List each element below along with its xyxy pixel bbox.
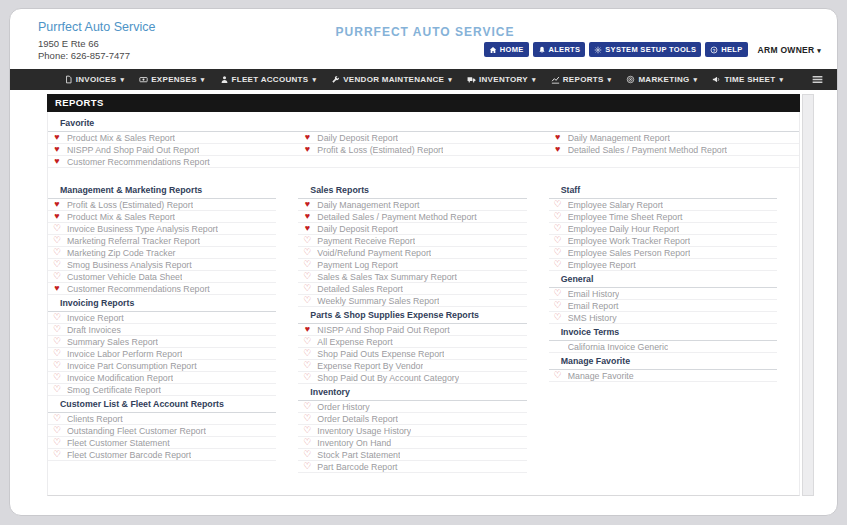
- report-link[interactable]: Smog Certificate Report: [67, 385, 161, 395]
- heart-outline-icon[interactable]: ♡: [553, 224, 563, 233]
- heart-filled-icon[interactable]: ♥: [302, 145, 312, 154]
- report-link[interactable]: NISPP And Shop Paid Out Report: [67, 145, 199, 155]
- header-button-home[interactable]: HOME: [484, 42, 529, 57]
- report-link[interactable]: Inventory On Hand: [317, 438, 391, 448]
- scrollbar[interactable]: [802, 94, 814, 496]
- heart-filled-icon[interactable]: ♥: [553, 133, 563, 142]
- heart-outline-icon[interactable]: ♡: [52, 260, 62, 269]
- report-link[interactable]: Inventory Usage History: [317, 426, 411, 436]
- report-link[interactable]: Daily Deposit Report: [317, 224, 398, 234]
- nav-item-vendor-maintenance[interactable]: VENDOR MAINTENANCE▾: [331, 75, 452, 84]
- heart-outline-icon[interactable]: ♡: [52, 438, 62, 447]
- report-link[interactable]: All Expense Report: [317, 337, 392, 347]
- heart-outline-icon[interactable]: ♡: [302, 236, 312, 245]
- heart-filled-icon[interactable]: ♥: [302, 200, 312, 209]
- heart-outline-icon[interactable]: ♡: [302, 361, 312, 370]
- report-link[interactable]: Smog Business Analysis Report: [67, 260, 192, 270]
- heart-outline-icon[interactable]: ♡: [302, 296, 312, 305]
- heart-outline-icon[interactable]: ♡: [52, 337, 62, 346]
- heart-outline-icon[interactable]: ♡: [302, 450, 312, 459]
- report-link[interactable]: Invoice Part Consumption Report: [67, 361, 197, 371]
- menu-icon[interactable]: [811, 73, 824, 86]
- report-link[interactable]: Detailed Sales Report: [317, 284, 403, 294]
- heart-outline-icon[interactable]: ♡: [553, 212, 563, 221]
- report-link[interactable]: Product Mix & Sales Report: [67, 133, 175, 143]
- report-link[interactable]: Marketing Referral Tracker Report: [67, 236, 200, 246]
- heart-outline-icon[interactable]: ♡: [52, 236, 62, 245]
- heart-outline-icon[interactable]: ♡: [52, 349, 62, 358]
- heart-outline-icon[interactable]: ♡: [302, 248, 312, 257]
- heart-outline-icon[interactable]: ♡: [302, 462, 312, 471]
- heart-filled-icon[interactable]: ♥: [302, 133, 312, 142]
- report-link[interactable]: Expense Report By Vendor: [317, 361, 423, 371]
- report-link[interactable]: Email Report: [568, 301, 619, 311]
- nav-item-time-sheet[interactable]: TIME SHEET▾: [712, 75, 783, 84]
- heart-filled-icon[interactable]: ♥: [302, 224, 312, 233]
- report-link[interactable]: Order Details Report: [317, 414, 398, 424]
- report-link[interactable]: NISPP And Shop Paid Out Report: [317, 325, 449, 335]
- report-link[interactable]: Invoice Labor Perform Report: [67, 349, 182, 359]
- report-link[interactable]: Draft Invoices: [67, 325, 121, 335]
- company-name[interactable]: Purrfect Auto Service: [38, 20, 155, 34]
- heart-outline-icon[interactable]: ♡: [553, 289, 563, 298]
- nav-item-marketing[interactable]: MARKETING▾: [626, 75, 697, 84]
- heart-outline-icon[interactable]: ♡: [302, 426, 312, 435]
- heart-outline-icon[interactable]: ♡: [52, 325, 62, 334]
- report-link[interactable]: Sales & Sales Tax Summary Report: [317, 272, 457, 282]
- report-link[interactable]: Shop Paid Outs Expense Report: [317, 349, 444, 359]
- report-link[interactable]: Employee Time Sheet Report: [568, 212, 683, 222]
- report-link[interactable]: Profit & Loss (Estimated) Report: [317, 145, 443, 155]
- header-button-help[interactable]: ?HELP: [705, 42, 747, 57]
- report-link[interactable]: Daily Management Report: [568, 133, 670, 143]
- heart-outline-icon[interactable]: ♡: [302, 337, 312, 346]
- report-link[interactable]: Void/Refund Payment Report: [317, 248, 431, 258]
- report-link[interactable]: Daily Deposit Report: [317, 133, 398, 143]
- heart-outline-icon[interactable]: ♡: [52, 272, 62, 281]
- heart-outline-icon[interactable]: ♡: [302, 414, 312, 423]
- report-link[interactable]: Detailed Sales / Payment Method Report: [317, 212, 476, 222]
- report-link[interactable]: Fleet Customer Statement: [67, 438, 170, 448]
- report-link[interactable]: Invoice Modification Report: [67, 373, 173, 383]
- report-link[interactable]: Employee Salary Report: [568, 200, 663, 210]
- heart-filled-icon[interactable]: ♥: [52, 212, 62, 221]
- heart-outline-icon[interactable]: ♡: [553, 260, 563, 269]
- heart-outline-icon[interactable]: ♡: [302, 349, 312, 358]
- heart-outline-icon[interactable]: ♡: [302, 373, 312, 382]
- header-button-system-setup-tools[interactable]: SYSTEM SETUP TOOLS: [589, 42, 701, 57]
- heart-outline-icon[interactable]: ♡: [52, 414, 62, 423]
- report-link[interactable]: Employee Daily Hour Report: [568, 224, 679, 234]
- heart-outline-icon[interactable]: ♡: [52, 313, 62, 322]
- nav-item-reports[interactable]: REPORTS▾: [551, 75, 612, 84]
- report-link[interactable]: Employee Report: [568, 260, 636, 270]
- report-link[interactable]: Part Barcode Report: [317, 462, 397, 472]
- heart-outline-icon[interactable]: ♡: [553, 248, 563, 257]
- heart-outline-icon[interactable]: ♡: [302, 260, 312, 269]
- heart-outline-icon[interactable]: ♡: [553, 371, 563, 380]
- nav-item-inventory[interactable]: INVENTORY▾: [467, 75, 536, 84]
- header-button-alerts[interactable]: ALERTS: [533, 42, 586, 57]
- report-link[interactable]: Shop Paid Out By Account Category: [317, 373, 459, 383]
- report-link[interactable]: Order History: [317, 402, 369, 412]
- nav-item-expenses[interactable]: EXPENSES▾: [139, 75, 204, 84]
- report-link[interactable]: SMS History: [568, 313, 617, 323]
- report-link[interactable]: Weekly Summary Sales Report: [317, 296, 439, 306]
- heart-outline-icon[interactable]: ♡: [553, 301, 563, 310]
- report-link[interactable]: Invoice Business Type Analysis Report: [67, 224, 218, 234]
- heart-outline-icon[interactable]: ♡: [553, 236, 563, 245]
- heart-outline-icon[interactable]: ♡: [52, 373, 62, 382]
- heart-filled-icon[interactable]: ♥: [302, 325, 312, 334]
- heart-filled-icon[interactable]: ♥: [52, 157, 62, 166]
- report-link[interactable]: Customer Recommendations Report: [67, 157, 210, 167]
- report-link[interactable]: Outstanding Fleet Customer Report: [67, 426, 206, 436]
- heart-filled-icon[interactable]: ♥: [52, 133, 62, 142]
- report-link[interactable]: Employee Sales Person Report: [568, 248, 691, 258]
- report-link[interactable]: Fleet Customer Barcode Report: [67, 450, 191, 460]
- heart-filled-icon[interactable]: ♥: [302, 212, 312, 221]
- report-link[interactable]: Invoice Report: [67, 313, 124, 323]
- heart-outline-icon[interactable]: ♡: [52, 361, 62, 370]
- heart-outline-icon[interactable]: ♡: [52, 450, 62, 459]
- nav-item-fleet-accounts[interactable]: FLEET ACCOUNTS▾: [220, 75, 317, 84]
- heart-outline-icon[interactable]: ♡: [302, 284, 312, 293]
- heart-outline-icon[interactable]: ♡: [52, 385, 62, 394]
- report-link[interactable]: Summary Sales Report: [67, 337, 158, 347]
